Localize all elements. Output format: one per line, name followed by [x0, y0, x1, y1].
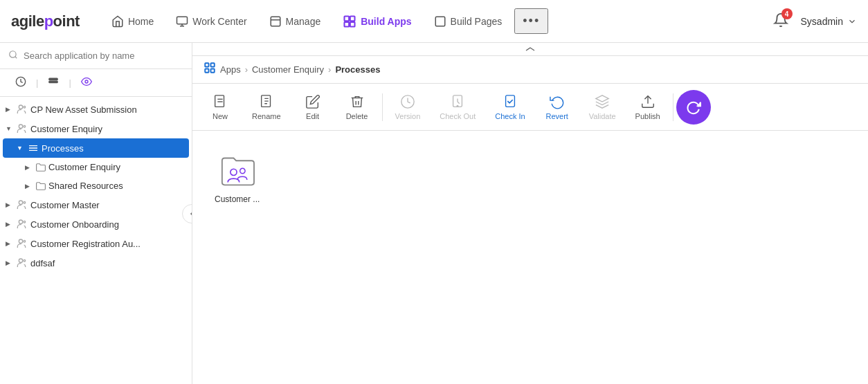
svg-point-41 [230, 169, 237, 175]
rename-label: Rename [252, 112, 281, 120]
svg-point-19 [24, 125, 26, 127]
nav-manage-label: Manage [286, 16, 321, 27]
bc-sep-2: › [328, 64, 331, 75]
toolbar-sep-1 [382, 93, 383, 121]
nav-home[interactable]: Home [102, 10, 163, 33]
sidebar-item-ce-sub[interactable]: ▶ Customer Enquiry [0, 158, 192, 176]
svg-rect-28 [205, 63, 208, 66]
svg-point-21 [24, 201, 26, 203]
new-label: New [213, 112, 228, 120]
breadcrumb-current: Processes [335, 64, 380, 75]
main-layout: | | ▶ CP New Asset Submission ▼ Customer… [0, 43, 868, 384]
username-label: Sysadmin [801, 16, 843, 27]
search-icon [8, 50, 18, 62]
svg-rect-8 [350, 21, 355, 26]
revert-button[interactable]: Revert [535, 89, 579, 126]
svg-rect-9 [435, 17, 445, 26]
nav-buildapps[interactable]: Build Apps [333, 9, 421, 34]
svg-line-11 [15, 57, 17, 59]
bc-sep-1: › [245, 64, 248, 75]
view-recent-button[interactable] [8, 73, 33, 92]
svg-rect-6 [350, 16, 355, 21]
version-button[interactable]: Version [386, 89, 431, 126]
svg-rect-3 [271, 17, 280, 26]
chevron-right-icon-3: ▶ [25, 183, 33, 190]
sidebar-item-co[interactable]: ▶ Customer Onboarding [0, 214, 192, 234]
svg-rect-13 [49, 78, 57, 80]
view-sep-1: | [36, 77, 38, 88]
svg-point-16 [19, 105, 22, 109]
svg-rect-0 [177, 17, 188, 24]
svg-rect-14 [49, 81, 57, 82]
rename-button[interactable]: Rename [242, 89, 291, 126]
apps-grid-icon [204, 62, 216, 77]
sidebar-item-processes[interactable]: ▼ Processes [3, 138, 189, 158]
svg-rect-7 [345, 21, 350, 26]
chevron-right-icon-5: ▶ [6, 221, 14, 228]
publish-button[interactable]: Publish [626, 89, 670, 126]
sidebar-item-ddf[interactable]: ▶ ddfsaf [0, 253, 192, 273]
logo: agilepoint [11, 12, 80, 30]
view-eye-button[interactable] [74, 73, 99, 92]
breadcrumb-app-link[interactable]: Customer Enquiry [252, 64, 324, 75]
delete-button[interactable]: Delete [335, 89, 379, 126]
sidebar-item-ce[interactable]: ▼ Customer Enquiry [0, 119, 192, 138]
svg-point-38 [457, 105, 458, 107]
user-menu[interactable]: Sysadmin [801, 16, 857, 27]
main-nav: Home Work Center Manage Build Apps Build… [102, 8, 769, 34]
svg-point-17 [24, 106, 26, 108]
refresh-button[interactable] [676, 90, 711, 125]
sidebar-item-cra[interactable]: ▶ Customer Registration Au... [0, 234, 192, 253]
svg-point-22 [19, 220, 22, 223]
search-bar [0, 43, 192, 69]
svg-rect-31 [211, 69, 215, 73]
revert-label: Revert [545, 112, 568, 120]
sidebar-item-ddf-label: ddfsaf [30, 258, 186, 268]
svg-point-23 [24, 221, 26, 223]
top-collapse-button[interactable] [192, 43, 868, 56]
svg-rect-32 [215, 95, 224, 107]
version-label: Version [395, 112, 421, 120]
edit-button[interactable]: Edit [291, 89, 335, 126]
chevron-down-icon-2: ▼ [17, 145, 25, 152]
process-item-customer[interactable]: Customer ... [209, 147, 265, 210]
chevron-right-icon-7: ▶ [6, 259, 14, 266]
chevron-right-icon-6: ▶ [6, 240, 14, 247]
nav-workcenter[interactable]: Work Center [166, 10, 256, 33]
breadcrumb-apps-link[interactable]: Apps [220, 64, 241, 75]
checkin-label: Check In [495, 112, 525, 120]
nav-workcenter-label: Work Center [192, 16, 246, 27]
sidebar-item-cp[interactable]: ▶ CP New Asset Submission [0, 100, 192, 119]
svg-rect-30 [205, 69, 208, 73]
checkout-button[interactable]: Check Out [430, 89, 485, 126]
sidebar-item-shared-label: Shared Resources [48, 181, 186, 191]
svg-point-42 [239, 168, 244, 173]
new-button[interactable]: New [198, 89, 242, 126]
nav-more-button[interactable]: ••• [514, 8, 548, 34]
sidebar-item-ce-sub-label: Customer Enquiry [48, 162, 186, 172]
svg-point-15 [85, 80, 88, 83]
search-input[interactable] [24, 51, 183, 61]
content-area: Apps › Customer Enquiry › Processes New … [192, 43, 868, 384]
view-sep-2: | [69, 77, 71, 88]
notification-button[interactable]: 4 [769, 8, 793, 34]
svg-rect-5 [345, 16, 350, 21]
sidebar-item-ce-label: Customer Enquiry [30, 124, 186, 134]
edit-label: Edit [306, 112, 319, 120]
svg-point-24 [19, 239, 22, 243]
nav-manage[interactable]: Manage [260, 10, 331, 33]
svg-rect-39 [506, 95, 515, 107]
chevron-right-icon-2: ▶ [25, 164, 33, 171]
sidebar-item-cm[interactable]: ▶ Customer Master [0, 195, 192, 214]
nav-buildpages[interactable]: Build Pages [424, 10, 512, 33]
svg-point-20 [19, 201, 22, 204]
validate-button[interactable]: Validate [579, 89, 626, 126]
view-controls: | | [0, 69, 192, 97]
view-list-button[interactable] [41, 73, 66, 92]
process-icon [218, 153, 257, 189]
svg-point-10 [10, 51, 16, 57]
svg-point-27 [24, 259, 26, 262]
chevron-right-icon: ▶ [6, 106, 14, 113]
checkin-button[interactable]: Check In [485, 89, 534, 126]
sidebar-item-shared[interactable]: ▶ Shared Resources [0, 176, 192, 195]
